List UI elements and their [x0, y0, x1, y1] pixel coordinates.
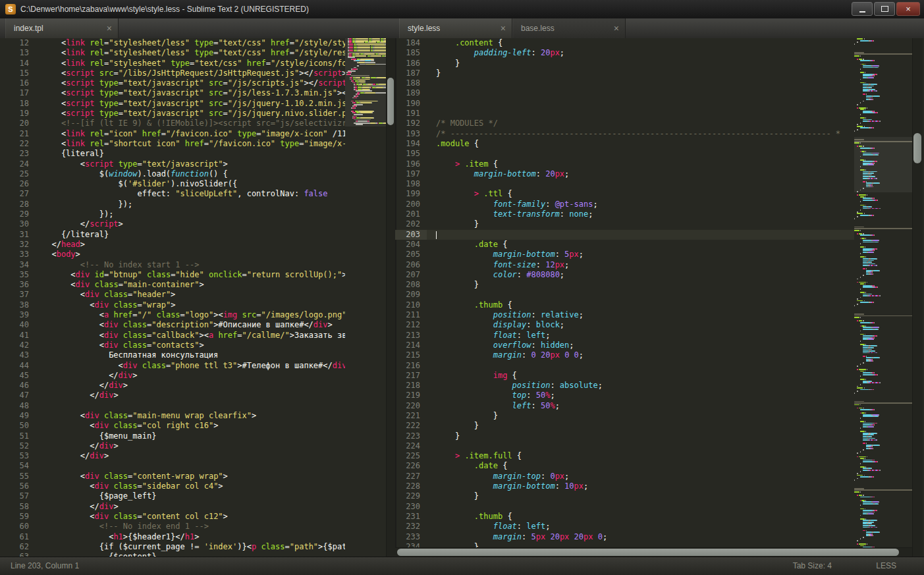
code-line[interactable]: <link rel="icon" href="/favicon.ico" typ…: [42, 129, 345, 139]
code-line[interactable]: <div class="content-wrap wrap">: [42, 472, 345, 481]
code-line[interactable]: .thumb {: [436, 512, 854, 522]
line-number[interactable]: 38: [1, 300, 37, 310]
tab-index.tpl[interactable]: index.tpl×: [5, 18, 119, 38]
line-number[interactable]: 15: [1, 68, 37, 78]
code-line[interactable]: <div class="content col c12">: [42, 512, 345, 522]
line-number[interactable]: 17: [1, 88, 37, 98]
code-line[interactable]: [42, 401, 345, 411]
code-line[interactable]: {/literal}: [42, 230, 345, 240]
line-number[interactable]: 223: [395, 431, 427, 441]
line-number[interactable]: 22: [1, 139, 37, 149]
code-line[interactable]: <link rel="stylesheet" type="text/css" h…: [42, 59, 345, 68]
line-number-gutter[interactable]: 1841851861871881891901911921931941951961…: [395, 38, 427, 547]
line-number[interactable]: 208: [395, 280, 427, 290]
code-line[interactable]: <div class="main-container">: [42, 280, 345, 290]
maximize-button[interactable]: [874, 2, 895, 16]
minimap-viewport[interactable]: [345, 38, 386, 126]
tab-close-icon[interactable]: ×: [494, 24, 506, 33]
code-view[interactable]: .content { padding-left: 20px; }}/* MODU…: [427, 38, 854, 547]
minimap[interactable]: [345, 38, 386, 557]
code-line[interactable]: }: [436, 491, 854, 501]
line-number[interactable]: 41: [1, 331, 37, 341]
line-number[interactable]: 29: [1, 209, 37, 219]
line-number[interactable]: 191: [395, 109, 427, 119]
line-number[interactable]: 51: [1, 431, 37, 441]
minimap-viewport[interactable]: [854, 137, 912, 192]
horizontal-scrollbar-track[interactable]: [395, 547, 912, 557]
line-number[interactable]: 193: [395, 129, 427, 139]
code-line[interactable]: [436, 179, 854, 189]
code-line[interactable]: Бесплатная консультация: [42, 350, 345, 360]
tab-base.less[interactable]: base.less×: [512, 18, 626, 38]
line-number[interactable]: 55: [1, 472, 37, 481]
line-number[interactable]: 61: [1, 532, 37, 542]
code-line[interactable]: position: absolute;: [436, 381, 854, 391]
code-line[interactable]: .module {: [436, 139, 854, 149]
line-number[interactable]: 62: [1, 542, 37, 552]
line-number[interactable]: 196: [395, 159, 427, 169]
line-number-gutter[interactable]: 1213141516171819202122232425262728293031…: [1, 38, 37, 557]
code-line[interactable]: </div>: [42, 451, 345, 461]
line-number[interactable]: 220: [395, 401, 427, 411]
line-number[interactable]: 23: [1, 149, 37, 159]
code-line[interactable]: [427, 230, 854, 240]
code-line[interactable]: font-family: @pt-sans;: [436, 200, 854, 209]
code-line[interactable]: margin-bottom: 5px;: [436, 250, 854, 260]
line-number[interactable]: 37: [1, 290, 37, 300]
line-number[interactable]: 207: [395, 270, 427, 280]
minimap[interactable]: [854, 38, 912, 547]
code-line[interactable]: [436, 149, 854, 159]
code-line[interactable]: <script type="text/javascript" src="/js/…: [42, 109, 345, 119]
line-number[interactable]: 25: [1, 169, 37, 179]
code-line[interactable]: {$menu_main}: [42, 431, 345, 441]
line-number[interactable]: 209: [395, 290, 427, 300]
line-number[interactable]: 194: [395, 139, 427, 149]
line-number[interactable]: 184: [395, 38, 427, 48]
code-line[interactable]: <div class="sidebar col c4">: [42, 481, 345, 491]
code-line[interactable]: [436, 99, 854, 109]
line-number[interactable]: 205: [395, 250, 427, 260]
line-number[interactable]: 218: [395, 381, 427, 391]
line-number[interactable]: 219: [395, 391, 427, 400]
code-line[interactable]: </head>: [42, 240, 345, 250]
line-number[interactable]: 211: [395, 310, 427, 320]
code-line[interactable]: [436, 441, 854, 451]
line-number[interactable]: 13: [1, 48, 37, 58]
line-number[interactable]: 217: [395, 371, 427, 381]
tab-close-icon[interactable]: ×: [607, 24, 619, 33]
line-number[interactable]: 221: [395, 411, 427, 421]
code-line[interactable]: <!--[if (lt IE 9) & (!IEMobile)]><script…: [42, 119, 345, 128]
line-number[interactable]: 197: [395, 169, 427, 179]
code-line[interactable]: margin-top: 0px;: [436, 472, 854, 481]
line-number[interactable]: 188: [395, 78, 427, 88]
code-line[interactable]: <a href="/" class="logo"><img src="/imag…: [42, 310, 345, 320]
line-number[interactable]: 52: [1, 441, 37, 451]
line-number[interactable]: 36: [1, 280, 37, 290]
line-number[interactable]: 16: [1, 78, 37, 88]
line-number[interactable]: 59: [1, 512, 37, 522]
code-line[interactable]: </div>: [42, 381, 345, 391]
line-number[interactable]: 204: [395, 240, 427, 250]
code-line[interactable]: left: 50%;: [436, 401, 854, 411]
tab-close-icon[interactable]: ×: [100, 24, 112, 33]
line-number[interactable]: 35: [1, 270, 37, 280]
code-line[interactable]: }: [436, 431, 854, 441]
line-number[interactable]: 227: [395, 472, 427, 481]
code-line[interactable]: <script type="text/javascript" src="/js/…: [42, 88, 345, 98]
code-line[interactable]: {literal}: [42, 149, 345, 159]
code-line[interactable]: <div id="btnup" class="hide" onclick="re…: [42, 270, 345, 280]
line-number[interactable]: 54: [1, 461, 37, 471]
code-line[interactable]: <div class="contacts">: [42, 341, 345, 350]
line-number[interactable]: 48: [1, 401, 37, 411]
line-number[interactable]: 214: [395, 341, 427, 350]
code-line[interactable]: }: [436, 542, 854, 547]
code-line[interactable]: margin-bottom: 10px;: [436, 481, 854, 491]
code-line[interactable]: <div class="wrap">: [42, 300, 345, 310]
line-number[interactable]: 224: [395, 441, 427, 451]
code-line[interactable]: </script>: [42, 219, 345, 229]
line-number[interactable]: 228: [395, 481, 427, 491]
code-line[interactable]: <body>: [42, 250, 345, 260]
line-number[interactable]: 212: [395, 320, 427, 330]
code-line[interactable]: [436, 109, 854, 119]
vertical-scrollbar-track[interactable]: [386, 38, 395, 557]
